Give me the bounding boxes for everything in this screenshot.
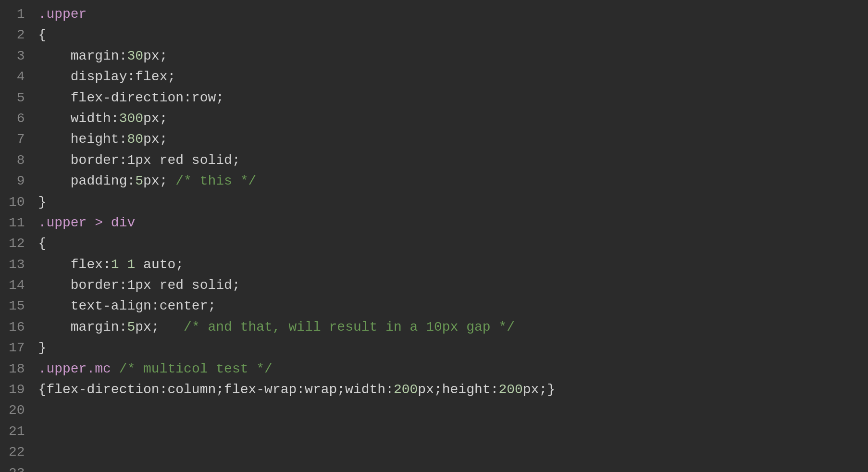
line-number-13: 13	[9, 254, 25, 275]
line-number-11: 11	[9, 212, 25, 233]
code-line-19: margin:5px; /* and that, will result in …	[38, 317, 868, 337]
line-number-15: 15	[9, 296, 25, 316]
code-line-10: padding:5px; /* this */	[38, 171, 868, 191]
line-number-6: 6	[9, 108, 25, 129]
line-number-19: 19	[9, 379, 25, 400]
code-line-14: {	[38, 233, 868, 254]
line-numbers: 1 2 3 4 5 6 7 8 9 10 11 12 13 14 15 16 1…	[0, 2, 34, 472]
line-number-9: 9	[9, 171, 25, 191]
line-number-5: 5	[9, 87, 25, 108]
line-number-2: 2	[9, 25, 25, 45]
line-number-18: 18	[9, 359, 25, 379]
code-line-4: display:flex;	[38, 66, 868, 87]
line-number-21: 21	[9, 421, 25, 442]
code-line-2: {	[38, 25, 868, 45]
line-number-17: 17	[9, 337, 25, 358]
line-number-14: 14	[9, 275, 25, 296]
code-line-16: border:1px red solid;	[38, 275, 868, 296]
line-number-3: 3	[9, 46, 25, 66]
line-number-4: 4	[9, 66, 25, 87]
line-number-23: 23	[9, 463, 25, 472]
line-number-16: 16	[9, 317, 25, 337]
code-editor: 1 2 3 4 5 6 7 8 9 10 11 12 13 14 15 16 1…	[0, 0, 868, 472]
line-number-12: 12	[9, 233, 25, 254]
line-number-22: 22	[9, 442, 25, 462]
code-line-1: .upper	[38, 4, 868, 25]
code-line-6: width:300px;	[38, 108, 868, 129]
code-line-13: .upper > div	[38, 212, 868, 233]
code-line-7: height:80px;	[38, 129, 868, 149]
code-line-15: flex:1 1 auto;	[38, 254, 868, 275]
code-line-23: {flex-direction:column;flex-wrap:wrap;wi…	[38, 379, 868, 400]
code-line-5: flex-direction:row;	[38, 87, 868, 108]
code-line-17: text-align:center;	[38, 296, 868, 316]
code-line-22: .upper.mc /* multicol test */	[38, 359, 868, 379]
line-number-7: 7	[9, 129, 25, 149]
code-line-8: border:1px red solid;	[38, 150, 868, 171]
line-number-8: 8	[9, 150, 25, 171]
code-line-3: margin:30px;	[38, 46, 868, 66]
line-number-10: 10	[9, 192, 25, 212]
code-line-20: }	[38, 337, 868, 358]
line-number-1: 1	[9, 4, 25, 25]
code-content: .upper { margin:30px; display:flex; flex…	[34, 2, 868, 472]
code-line-11: }	[38, 192, 868, 212]
line-number-20: 20	[9, 400, 25, 421]
